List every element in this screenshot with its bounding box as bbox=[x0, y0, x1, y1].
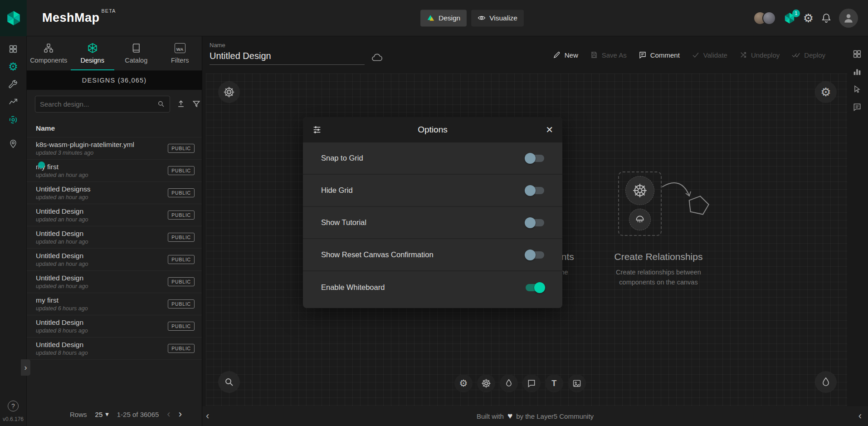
tab-components[interactable]: Components bbox=[27, 36, 71, 70]
visibility-badge: PUBLIC bbox=[168, 299, 195, 308]
lifecycle-nav-icon[interactable]: ⚙ bbox=[8, 61, 19, 72]
option-label: Snap to Grid bbox=[321, 154, 363, 162]
collapse-right-dock-button[interactable]: ‹ bbox=[858, 410, 862, 422]
designs-icon bbox=[87, 43, 98, 54]
performance-nav-icon[interactable] bbox=[8, 97, 19, 108]
zoom-button[interactable] bbox=[219, 372, 239, 392]
design-list-item[interactable]: k8s-wasm-plugin-ratelimiter.yml updated … bbox=[27, 137, 202, 160]
comment-button[interactable]: Comment bbox=[639, 51, 680, 59]
plume-action-button[interactable] bbox=[815, 372, 836, 392]
relationship-arrow-sketch bbox=[659, 177, 714, 227]
dashboard-nav-icon[interactable] bbox=[8, 44, 19, 54]
visibility-badge: PUBLIC bbox=[168, 344, 195, 353]
cloud-sync-icon bbox=[371, 52, 383, 64]
media-tool[interactable] bbox=[568, 374, 586, 392]
help-button[interactable]: ? bbox=[8, 401, 19, 411]
rows-per-page-select[interactable]: 25 ▾ bbox=[95, 410, 109, 418]
footer-text-suffix: by the Layer5 Community bbox=[516, 412, 594, 420]
collaborator-avatar-2[interactable] bbox=[762, 11, 776, 25]
design-list-item[interactable]: Untitled Design updated an hour ago PUBL… bbox=[27, 249, 202, 271]
app-footer: ‹ Built with ♥ by the Layer5 Community ‹ bbox=[202, 406, 868, 426]
toolbox-nav-icon[interactable] bbox=[8, 79, 19, 90]
bell-icon[interactable] bbox=[821, 13, 832, 24]
canvas-source-button[interactable] bbox=[219, 82, 239, 103]
tab-catalog-label: Catalog bbox=[125, 57, 147, 64]
components-icon bbox=[43, 43, 54, 54]
dock-pointer-icon[interactable] bbox=[852, 84, 863, 95]
design-search-box bbox=[35, 96, 170, 113]
app-title: MeshMapBETA bbox=[42, 11, 116, 25]
tab-components-label: Components bbox=[30, 57, 67, 64]
visibility-badge: PUBLIC bbox=[168, 211, 195, 220]
design-list-item[interactable]: Untitled Design updated 8 hours ago PUBL… bbox=[27, 315, 202, 338]
text-tool[interactable]: T bbox=[545, 374, 563, 392]
option-row-show-tutorial: Show Tutorial bbox=[303, 207, 562, 239]
user-avatar-button[interactable] bbox=[839, 9, 858, 28]
collapse-left-panel-button[interactable]: ‹ bbox=[206, 410, 209, 422]
validate-button[interactable]: Validate bbox=[692, 51, 727, 59]
visualize-mode-button[interactable]: Visualize bbox=[471, 10, 524, 26]
next-page-button[interactable]: › bbox=[179, 409, 182, 419]
reset-canvas-confirmation-toggle[interactable] bbox=[526, 251, 544, 259]
create-relationships-hint: Create Relationships Create relationship… bbox=[590, 251, 727, 288]
design-mode-button[interactable]: Design bbox=[420, 10, 467, 26]
import-design-icon[interactable] bbox=[176, 99, 185, 108]
design-list-item[interactable]: my first updated an hour ago PUBLIC bbox=[27, 160, 202, 182]
deploy-button[interactable]: Deploy bbox=[791, 51, 825, 59]
hide-grid-toggle[interactable] bbox=[526, 187, 544, 194]
tab-filters[interactable]: WA Filters bbox=[158, 36, 202, 70]
design-name: Untitled Design bbox=[36, 341, 88, 349]
kubernetes-tool[interactable] bbox=[477, 374, 495, 392]
undeploy-button[interactable]: Undeploy bbox=[739, 51, 780, 59]
layer5-logo[interactable] bbox=[0, 0, 27, 36]
tab-catalog[interactable]: Catalog bbox=[114, 36, 158, 70]
design-updated: updated an hour ago bbox=[36, 194, 91, 201]
shapes-tool[interactable] bbox=[500, 374, 518, 392]
settings-gear-button[interactable]: ⚙ bbox=[803, 12, 814, 24]
visibility-badge: PUBLIC bbox=[168, 255, 195, 264]
dock-grid-icon[interactable] bbox=[852, 49, 863, 59]
design-list-item[interactable]: Untitled Design updated an hour ago PUBL… bbox=[27, 226, 202, 249]
design-updated: updated 8 hours ago bbox=[36, 350, 88, 356]
snap-to-grid-toggle[interactable] bbox=[526, 155, 544, 162]
design-name-input[interactable] bbox=[210, 50, 365, 65]
comment-label: Comment bbox=[650, 51, 680, 59]
save-as-button[interactable]: Save As bbox=[590, 51, 627, 59]
design-search-input[interactable] bbox=[40, 100, 157, 108]
dock-chart-icon[interactable] bbox=[852, 66, 863, 77]
previous-page-button[interactable]: ‹ bbox=[167, 409, 170, 419]
enable-whiteboard-toggle[interactable] bbox=[526, 284, 544, 291]
collaborator-avatars[interactable] bbox=[753, 11, 776, 25]
design-list-item[interactable]: Untitled Designss updated an hour ago PU… bbox=[27, 182, 202, 204]
design-updated: updated an hour ago bbox=[36, 283, 88, 289]
show-tutorial-toggle[interactable] bbox=[526, 219, 544, 226]
comment-tool[interactable] bbox=[522, 374, 541, 392]
catalog-icon bbox=[131, 43, 141, 54]
meshery-notifications-button[interactable]: 1 bbox=[783, 12, 796, 24]
kubernetes-node-icon bbox=[625, 176, 654, 205]
design-list-item[interactable]: Untitled Design updated 8 hours ago PUBL… bbox=[27, 338, 202, 360]
expand-nav-button[interactable]: › bbox=[21, 359, 30, 376]
new-design-button[interactable]: New bbox=[553, 51, 578, 59]
rows-per-page-label: Rows bbox=[70, 411, 87, 418]
location-pin-nav-icon[interactable] bbox=[8, 138, 19, 149]
tab-designs[interactable]: Designs bbox=[71, 36, 115, 70]
canvas-toolbar: ⚙ T bbox=[454, 374, 586, 392]
option-label: Hide Grid bbox=[321, 186, 353, 195]
extensions-nav-icon[interactable] bbox=[8, 114, 19, 125]
design-list-item[interactable]: Untitled Design updated an hour ago PUBL… bbox=[27, 204, 202, 226]
option-row-snap-to-grid: Snap to Grid bbox=[303, 142, 562, 175]
design-list-item[interactable]: Untitled Design updated an hour ago PUBL… bbox=[27, 271, 202, 293]
header-right-cluster: 1 ⚙ bbox=[753, 9, 858, 28]
component-gear-tool[interactable]: ⚙ bbox=[454, 374, 473, 392]
create-relationships-hint-line2: components on the canvas bbox=[590, 278, 727, 288]
dock-chat-icon[interactable] bbox=[852, 102, 863, 113]
design-list-item[interactable]: my first updated 6 hours ago PUBLIC bbox=[27, 293, 202, 315]
canvas-preferences-button[interactable]: ⚙ bbox=[815, 82, 836, 103]
visibility-badge: PUBLIC bbox=[168, 233, 195, 242]
filter-funnel-icon[interactable] bbox=[192, 99, 201, 108]
components-drop-illustration bbox=[618, 171, 662, 236]
tune-sliders-icon bbox=[312, 125, 326, 135]
kanvas-design-icon bbox=[427, 14, 435, 22]
close-icon[interactable]: ✕ bbox=[540, 124, 553, 135]
